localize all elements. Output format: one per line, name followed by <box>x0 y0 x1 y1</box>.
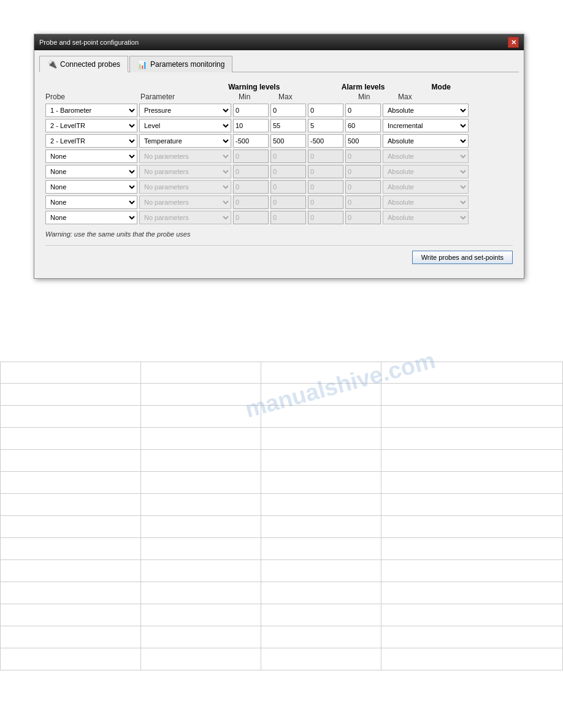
dialog-titlebar: Probe and set-point configuration ✕ <box>34 34 524 50</box>
alarm-min-input-0[interactable] <box>308 104 343 117</box>
tab-parameters-monitoring[interactable]: 📊 Parameters monitoring <box>129 56 232 72</box>
bt-cell <box>0 560 141 582</box>
table-row <box>0 538 563 560</box>
alarm-min-input-3 <box>308 150 343 163</box>
warn-min-input-4 <box>233 165 269 178</box>
parameter-col-header: Parameter <box>140 93 175 101</box>
table-row <box>0 560 563 582</box>
warn-max-input-3 <box>270 150 306 163</box>
write-probes-button[interactable]: Write probes and set-points <box>412 251 513 264</box>
bt-cell <box>381 428 563 449</box>
alarm-max-input-1[interactable] <box>345 119 381 132</box>
table-row <box>0 406 563 428</box>
warn-min-input-7 <box>233 211 269 224</box>
sub-headers: Probe Parameter Min Max Min Ma <box>45 93 513 101</box>
param-select-4: No parameters <box>139 165 231 178</box>
probe-select-7[interactable]: None <box>45 211 137 224</box>
bt-cell <box>261 406 381 427</box>
warn-min-input-6 <box>233 195 269 209</box>
bt-cell <box>261 582 381 604</box>
bt-cell <box>261 516 381 537</box>
table-row <box>0 494 563 516</box>
probe-select-0[interactable]: 1 - Barometer None 2 - LevelTR <box>45 104 137 117</box>
alarm-max-input-2[interactable] <box>345 134 381 148</box>
mode-select-0[interactable]: Absolute Incremental <box>383 104 469 117</box>
mode-select-6: Absolute <box>383 195 469 209</box>
probe-select-4[interactable]: None <box>45 165 137 178</box>
dialog-title: Probe and set-point configuration <box>39 39 139 46</box>
alarm-min-input-4 <box>308 165 343 178</box>
bt-cell <box>381 450 563 471</box>
bt-cell <box>261 648 381 670</box>
mode-select-2[interactable]: Absolute Incremental <box>383 134 469 148</box>
mode-select-7: Absolute <box>383 211 469 224</box>
tab-connected-probes[interactable]: 🔌 Connected probes <box>39 56 128 72</box>
bt-cell <box>141 428 261 449</box>
bt-cell <box>141 406 261 427</box>
alarm-max-input-3 <box>345 150 381 163</box>
param-select-0[interactable]: Pressure Level Temperature <box>139 104 231 117</box>
bt-cell <box>261 494 381 515</box>
param-select-2[interactable]: Temperature Pressure Level <box>139 134 231 148</box>
param-select-1[interactable]: Level Pressure Temperature <box>139 119 231 132</box>
page-wrapper: Probe and set-point configuration ✕ 🔌 Co… <box>0 0 563 728</box>
warn-max-input-0[interactable] <box>270 104 306 117</box>
warn-min-input-2[interactable] <box>233 134 269 148</box>
dialog-body: 🔌 Connected probes 📊 Parameters monitori… <box>34 50 524 278</box>
warn-max-input-4 <box>270 165 306 178</box>
warn-min-header: Min <box>239 93 250 101</box>
table-row: 2 - LevelTR None 1 - Barometer Temperatu… <box>45 134 513 148</box>
warn-max-input-2[interactable] <box>270 134 306 148</box>
table-row <box>0 516 563 538</box>
warn-max-header: Max <box>278 93 293 101</box>
warn-min-input-1[interactable] <box>233 119 269 132</box>
bt-cell <box>0 648 141 670</box>
bt-cell <box>261 538 381 559</box>
bt-cell <box>0 538 141 559</box>
param-select-3: No parameters <box>139 150 231 163</box>
alarm-levels-header: Alarm levels <box>342 83 385 91</box>
bt-cell <box>261 472 381 493</box>
alarm-min-input-1[interactable] <box>308 119 343 132</box>
alarm-max-input-0[interactable] <box>345 104 381 117</box>
alarm-min-input-5 <box>308 180 343 194</box>
probe-select-2[interactable]: 2 - LevelTR None 1 - Barometer <box>45 134 137 148</box>
mode-select-5: Absolute <box>383 180 469 194</box>
bt-cell <box>141 384 261 405</box>
alarm-max-header: Max <box>398 93 412 101</box>
alarm-min-input-2[interactable] <box>308 134 343 148</box>
bt-cell <box>381 538 563 559</box>
probe-select-1[interactable]: 2 - LevelTR None 1 - Barometer <box>45 119 137 132</box>
table-row: None No parameters Absolute <box>45 195 513 209</box>
bt-cell <box>141 516 261 537</box>
alarm-max-input-7 <box>345 211 381 224</box>
bt-cell <box>381 384 563 405</box>
tab-connected-probes-label: Connected probes <box>60 60 120 69</box>
param-select-7: No parameters <box>139 211 231 224</box>
connected-probes-icon: 🔌 <box>47 59 57 69</box>
warn-max-input-1[interactable] <box>270 119 306 132</box>
probe-select-5[interactable]: None <box>45 180 137 194</box>
dialog-close-button[interactable]: ✕ <box>508 37 519 48</box>
warning-text: Warning: use the same units that the pro… <box>45 230 513 238</box>
bt-cell <box>0 516 141 537</box>
probe-select-6[interactable]: None <box>45 195 137 209</box>
table-row: None No parameters Absolute <box>45 165 513 178</box>
bt-cell <box>141 582 261 604</box>
bt-cell <box>141 362 261 383</box>
param-select-5: No parameters <box>139 180 231 194</box>
bt-cell <box>261 560 381 582</box>
dialog-window: Probe and set-point configuration ✕ 🔌 Co… <box>34 34 524 279</box>
bottom-bar: Write probes and set-points <box>45 245 513 264</box>
bt-cell <box>141 604 261 626</box>
bt-cell <box>381 648 563 670</box>
probe-select-3[interactable]: None <box>45 150 137 163</box>
table-row <box>0 582 563 604</box>
alarm-min-input-6 <box>308 195 343 209</box>
mode-select-4: Absolute <box>383 165 469 178</box>
bt-cell <box>141 538 261 559</box>
mode-select-1[interactable]: Incremental Absolute <box>383 119 469 132</box>
bt-cell <box>0 604 141 626</box>
warn-min-input-0[interactable] <box>233 104 269 117</box>
content-area: Warning levels Alarm levels Mode Probe <box>39 80 519 273</box>
